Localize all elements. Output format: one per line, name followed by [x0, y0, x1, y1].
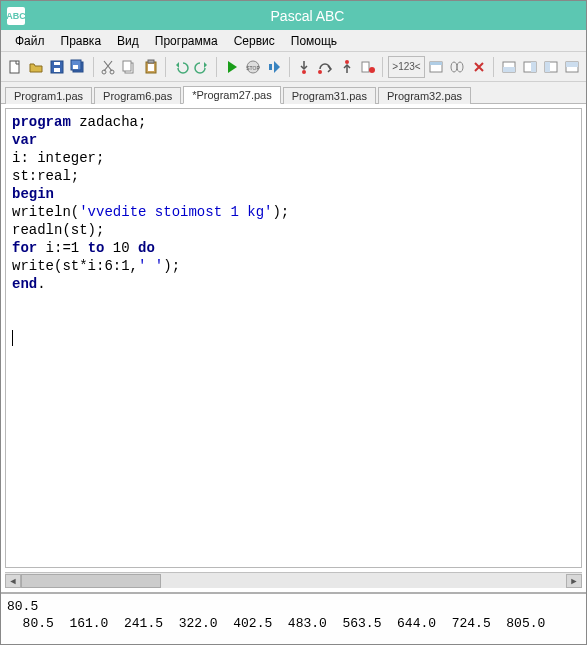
toolbar: STOP >123<	[1, 52, 586, 82]
horizontal-scrollbar[interactable]: ◄ ►	[5, 572, 582, 588]
svg-point-18	[318, 70, 322, 74]
code-text: zadacha;	[71, 114, 147, 130]
undo-icon[interactable]	[171, 56, 190, 78]
code-kw: to	[88, 240, 105, 256]
svg-text:STOP: STOP	[246, 65, 260, 71]
code-kw: end	[12, 276, 37, 292]
panel-3-icon[interactable]	[541, 56, 560, 78]
tab-program1[interactable]: Program1.pas	[5, 87, 92, 104]
code-string: 'vvedite stoimost 1 kg'	[79, 204, 272, 220]
new-file-icon[interactable]	[5, 56, 24, 78]
svg-rect-13	[148, 60, 154, 63]
svg-rect-29	[531, 62, 536, 72]
text-cursor	[12, 330, 13, 346]
code-text: readln(st);	[12, 222, 104, 238]
separator	[165, 57, 166, 77]
titlebar: ABC Pascal ABC	[1, 1, 586, 30]
window-title: Pascal ABC	[35, 8, 580, 24]
console-icon[interactable]	[427, 56, 446, 78]
svg-rect-33	[566, 62, 578, 67]
svg-rect-0	[10, 61, 19, 73]
menu-help[interactable]: Помощь	[283, 32, 345, 50]
code-text: 10	[104, 240, 138, 256]
step-out-icon[interactable]	[337, 56, 356, 78]
save-icon[interactable]	[47, 56, 66, 78]
code-text: write(st*i:6:1,	[12, 258, 138, 274]
code-kw: do	[138, 240, 155, 256]
code-text: st:real;	[12, 168, 79, 184]
paste-icon[interactable]	[141, 56, 160, 78]
close-output-icon[interactable]	[469, 56, 488, 78]
svg-rect-6	[73, 65, 78, 69]
cut-icon[interactable]	[99, 56, 118, 78]
step-into-icon[interactable]	[295, 56, 314, 78]
svg-point-17	[302, 70, 306, 74]
menubar: Файл Правка Вид Программа Сервис Помощь	[1, 30, 586, 52]
menu-program[interactable]: Программа	[147, 32, 226, 50]
app-icon: ABC	[7, 7, 25, 25]
code-kw: program	[12, 114, 71, 130]
scroll-left-icon[interactable]: ◄	[5, 574, 21, 588]
output-line: 80.5	[7, 599, 38, 614]
output-pane: 80.5 80.5 161.0 241.5 322.0 402.5 483.0 …	[1, 592, 586, 644]
code-kw: var	[12, 132, 37, 148]
stop-icon[interactable]: STOP	[243, 56, 262, 78]
code-string: ' '	[138, 258, 163, 274]
separator	[289, 57, 290, 77]
open-file-icon[interactable]	[26, 56, 45, 78]
step-icon[interactable]	[265, 56, 284, 78]
menu-view[interactable]: Вид	[109, 32, 147, 50]
separator	[93, 57, 94, 77]
code-text: );	[163, 258, 180, 274]
separator	[382, 57, 383, 77]
separator	[216, 57, 217, 77]
code-kw: for	[12, 240, 37, 256]
svg-rect-23	[430, 62, 442, 65]
output-line: 80.5 161.0 241.5 322.0 402.5 483.0 563.5…	[7, 616, 545, 631]
panel-1-icon[interactable]	[499, 56, 518, 78]
scroll-right-icon[interactable]: ►	[566, 574, 582, 588]
panel-4-icon[interactable]	[563, 56, 582, 78]
tab-program32[interactable]: Program32.pas	[378, 87, 471, 104]
code-text: );	[272, 204, 289, 220]
tab-program6[interactable]: Program6.pas	[94, 87, 181, 104]
menu-edit[interactable]: Правка	[53, 32, 110, 50]
scroll-thumb[interactable]	[21, 574, 161, 588]
code-kw: begin	[12, 186, 54, 202]
panel-2-icon[interactable]	[520, 56, 539, 78]
svg-point-21	[369, 67, 375, 73]
save-all-icon[interactable]	[69, 56, 88, 78]
step-over-icon[interactable]	[316, 56, 335, 78]
code-text: i: integer;	[12, 150, 104, 166]
svg-point-24	[451, 62, 457, 72]
redo-icon[interactable]	[192, 56, 211, 78]
code-text: i:=1	[37, 240, 87, 256]
svg-rect-12	[148, 64, 154, 71]
code-editor[interactable]: program zadacha; var i: integer; st:real…	[5, 108, 582, 568]
breakpoint-icon[interactable]	[358, 56, 377, 78]
menu-service[interactable]: Сервис	[226, 32, 283, 50]
tab-program31[interactable]: Program31.pas	[283, 87, 376, 104]
code-text: writeln(	[12, 204, 79, 220]
svg-rect-31	[545, 62, 550, 72]
output-icon[interactable]	[448, 56, 467, 78]
code-text: .	[37, 276, 45, 292]
menu-file[interactable]: Файл	[7, 32, 53, 50]
svg-rect-2	[54, 68, 60, 72]
scroll-track[interactable]	[21, 574, 566, 588]
svg-rect-20	[362, 62, 369, 72]
svg-rect-27	[503, 67, 515, 72]
svg-point-19	[345, 60, 349, 64]
svg-point-25	[457, 62, 463, 72]
tabstrip: Program1.pas Program6.pas *Program27.pas…	[1, 82, 586, 104]
run-icon[interactable]	[222, 56, 241, 78]
copy-icon[interactable]	[120, 56, 139, 78]
editor-area: program zadacha; var i: integer; st:real…	[1, 104, 586, 592]
svg-rect-16	[269, 64, 272, 70]
watch-icon[interactable]: >123<	[388, 56, 424, 78]
tab-program27[interactable]: *Program27.pas	[183, 86, 281, 104]
svg-rect-3	[54, 62, 60, 65]
separator	[493, 57, 494, 77]
svg-rect-10	[123, 61, 131, 71]
